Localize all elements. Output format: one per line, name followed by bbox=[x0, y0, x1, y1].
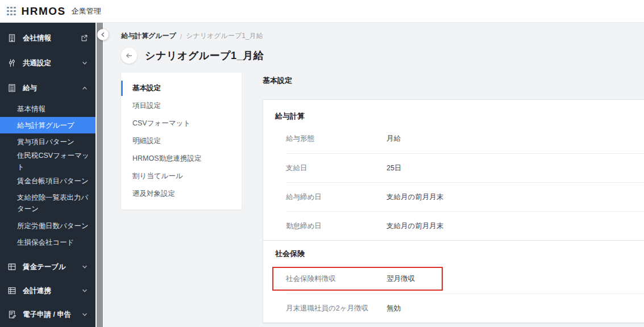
back-button[interactable] bbox=[121, 48, 137, 64]
row-label: 給与締め日 bbox=[286, 192, 387, 202]
title-row: シナリオグループ1_月給 bbox=[121, 48, 644, 64]
sidebar-item-company-info[interactable]: 会社情報 bbox=[0, 26, 95, 51]
sidebar-item-common-settings[interactable]: 共通設定 bbox=[0, 51, 95, 76]
content-columns: 基本設定 項目設定 CSVフォーマット 明細設定 HRMOS勤怠連携設定 bbox=[121, 73, 644, 324]
settings-detail-card: 給与計算 給与形態 月給 支給日 25日 給与締め日 bbox=[263, 99, 644, 324]
chevron-down-icon bbox=[81, 287, 88, 294]
sidebar-subitem-label: 給与計算グループ bbox=[17, 120, 74, 131]
sidebar-subitem-working-days-pattern[interactable]: 所定労働日数パターン bbox=[0, 217, 95, 234]
sidebar-item-payroll[interactable]: 給与 bbox=[0, 76, 95, 100]
table-icon bbox=[7, 262, 17, 272]
main-panel: 基本設定 給与計算 給与形態 月給 支給日 25日 bbox=[263, 73, 644, 324]
sidebar-subitem-label: 賃金台帳項目パターン bbox=[17, 175, 89, 187]
sidebar-subitem-resident-tax-csv[interactable]: 住民税CSVフォーマット bbox=[0, 150, 95, 173]
row-label: 月末退職社員の2ヶ月徴収 bbox=[286, 304, 387, 313]
row-label: 支給日 bbox=[286, 164, 387, 173]
page-title: シナリオグループ1_月給 bbox=[145, 49, 264, 62]
sidebar-subitem-insurance-company-code[interactable]: 生損保会社コード bbox=[0, 234, 95, 250]
section-title-payroll-calc: 給与計算 bbox=[275, 111, 644, 120]
calculator-icon bbox=[7, 83, 17, 93]
row-label: 給与形態 bbox=[286, 134, 387, 144]
row-value: 翌月徴収 bbox=[387, 274, 415, 284]
tab-hrmos-attendance-link[interactable]: HRMOS勤怠連携設定 bbox=[121, 150, 242, 167]
document-pen-icon bbox=[7, 310, 17, 320]
breadcrumb-current: シナリオグループ1_月給 bbox=[186, 31, 263, 41]
sidebar-item-label: 給与 bbox=[23, 83, 81, 93]
tab-csv-format[interactable]: CSVフォーマット bbox=[121, 115, 242, 132]
sidebar-subitem-label: 基本情報 bbox=[17, 103, 45, 115]
sliders-icon bbox=[7, 58, 17, 68]
sidebar-subitem-payroll-calc-group[interactable]: 給与計算グループ bbox=[0, 117, 95, 133]
detail-row-two-month-collection: 月末退職社員の2ヶ月徴収 無効 bbox=[286, 294, 644, 322]
section-divider bbox=[263, 322, 644, 323]
content-area: 給与計算グループ / シナリオグループ1_月給 シナリオグループ1_月給 基本設… bbox=[103, 23, 644, 327]
sidebar-subitem-label: 賞与項目パターン bbox=[17, 136, 74, 148]
tab-retroactive-settings[interactable]: 遡及対象設定 bbox=[121, 185, 242, 203]
social-insurance-rows: 社会保険料徴収 翌月徴収 月末退職社員の2ヶ月徴収 無効 bbox=[286, 265, 644, 322]
tab-item-settings[interactable]: 項目設定 bbox=[121, 97, 242, 115]
body-row: 会社情報 共通設定 給与 bbox=[0, 23, 644, 327]
hrmos-logo[interactable]: HRMOS bbox=[22, 5, 66, 18]
subnav-label: 基本設定 bbox=[132, 83, 161, 93]
row-label: 勤怠締め日 bbox=[286, 221, 387, 231]
app-grid-icon[interactable] bbox=[7, 7, 16, 16]
panel-heading: 基本設定 bbox=[263, 76, 644, 86]
app-label: 企業管理 bbox=[72, 6, 101, 16]
top-header: HRMOS 企業管理 bbox=[0, 0, 644, 23]
tab-assignment-rules[interactable]: 割り当てルール bbox=[121, 167, 242, 185]
app-window: HRMOS 企業管理 会社情報 共通設定 bbox=[0, 0, 644, 327]
settings-subnav: 基本設定 項目設定 CSVフォーマット 明細設定 HRMOS勤怠連携設定 bbox=[121, 73, 242, 209]
row-label: 社会保険料徴収 bbox=[286, 274, 387, 284]
building-icon bbox=[7, 33, 17, 43]
ledger-icon bbox=[7, 286, 17, 296]
active-tab-indicator bbox=[121, 81, 123, 96]
subnav-label: CSVフォーマット bbox=[132, 119, 190, 128]
detail-row-pay-day: 支給日 25日 bbox=[286, 153, 644, 182]
detail-row-attendance-cutoff: 勤怠締め日 支給月の前月月末 bbox=[286, 211, 644, 240]
section-title-social-insurance: 社会保険 bbox=[275, 249, 644, 258]
row-value: 月給 bbox=[387, 134, 401, 144]
subnav-label: 明細設定 bbox=[132, 136, 161, 146]
sidebar-subitem-wage-ledger-pattern[interactable]: 賃金台帳項目パターン bbox=[0, 173, 95, 189]
sidebar-subitem-label: 所定労働日数パターン bbox=[17, 220, 89, 232]
subnav-label: 遡及対象設定 bbox=[132, 189, 175, 199]
scrollbar-thumb[interactable] bbox=[97, 23, 103, 327]
sidebar-subitem-bonus-item-pattern[interactable]: 賞与項目パターン bbox=[0, 133, 95, 150]
subnav-label: 項目設定 bbox=[132, 101, 161, 111]
breadcrumb-parent-link[interactable]: 給与計算グループ bbox=[121, 31, 176, 41]
row-value: 支給月の前月月末 bbox=[387, 192, 443, 202]
detail-row-payroll-cutoff: 給与締め日 支給月の前月月末 bbox=[286, 182, 644, 211]
sidebar-collapse-button[interactable] bbox=[97, 29, 109, 40]
detail-row-pay-type: 給与形態 月給 bbox=[286, 124, 644, 153]
sidebar-subitem-basic-info[interactable]: 基本情報 bbox=[0, 100, 95, 117]
chevron-up-icon bbox=[81, 85, 88, 91]
section-divider bbox=[263, 240, 644, 241]
arrow-left-icon bbox=[125, 52, 133, 60]
tab-basic-settings[interactable]: 基本設定 bbox=[121, 79, 242, 97]
breadcrumb-separator: / bbox=[180, 33, 182, 41]
sidebar-subitem-payment-deduction-list[interactable]: 支給控除一覧表出力パターン bbox=[0, 189, 95, 217]
sidebar-item-label: 会社情報 bbox=[23, 33, 80, 43]
chevron-down-icon bbox=[81, 60, 88, 66]
sidebar: 会社情報 共通設定 給与 bbox=[0, 23, 95, 327]
subnav-label: 割り当てルール bbox=[132, 171, 183, 181]
payroll-calc-rows: 給与形態 月給 支給日 25日 給与締め日 支給月の前月月末 bbox=[286, 124, 644, 240]
sidebar-item-wage-table[interactable]: 賃金テーブル bbox=[0, 255, 95, 279]
sidebar-item-e-application[interactable]: 電子申請 / 申告 bbox=[0, 303, 95, 326]
sidebar-item-label: 共通設定 bbox=[23, 58, 81, 68]
chevron-left-icon bbox=[99, 31, 106, 38]
subnav-label: HRMOS勤怠連携設定 bbox=[132, 154, 202, 164]
detail-row-insurance-collection: 社会保険料徴収 翌月徴収 bbox=[286, 265, 644, 294]
chevron-down-icon bbox=[81, 311, 88, 318]
sidebar-subitem-label: 生損保会社コード bbox=[17, 237, 74, 248]
breadcrumb: 給与計算グループ / シナリオグループ1_月給 bbox=[121, 23, 644, 41]
row-value: 無効 bbox=[387, 304, 401, 313]
tab-statement-settings[interactable]: 明細設定 bbox=[121, 132, 242, 150]
row-value: 25日 bbox=[387, 164, 401, 173]
chevron-down-icon bbox=[81, 263, 88, 270]
sidebar-item-label: 会計連携 bbox=[23, 286, 81, 296]
sidebar-subitem-label: 住民税CSVフォーマット bbox=[17, 150, 91, 173]
sidebar-item-label: 賃金テーブル bbox=[23, 262, 81, 272]
sidebar-item-accounting-link[interactable]: 会計連携 bbox=[0, 279, 95, 303]
row-value: 支給月の前月月末 bbox=[387, 221, 443, 231]
